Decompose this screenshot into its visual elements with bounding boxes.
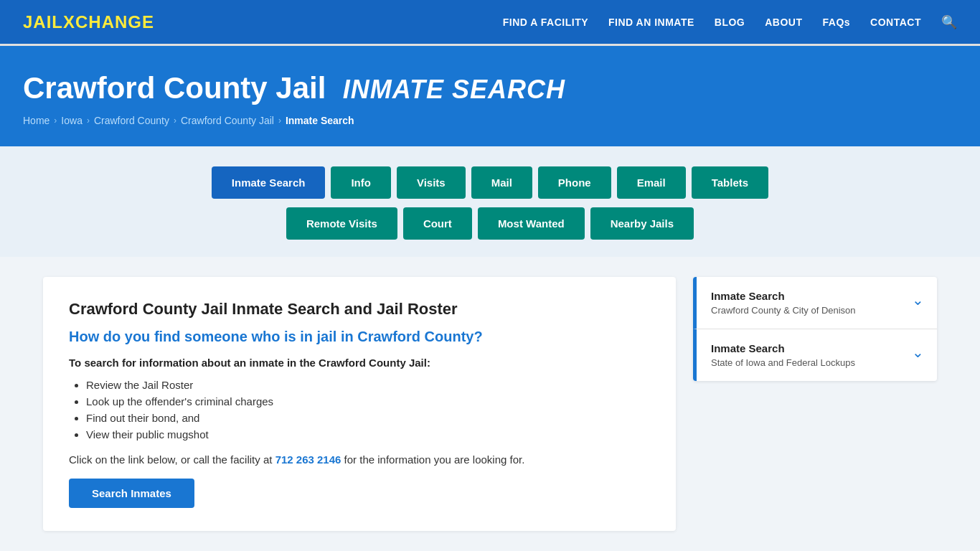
- sidebar-sub-2: State of Iowa and Federal Lockups: [711, 357, 855, 368]
- phone-link[interactable]: 712 263 2146: [275, 453, 341, 466]
- logo[interactable]: JAILXCHANGE: [23, 12, 154, 32]
- tab-tablets[interactable]: Tablets: [692, 166, 768, 199]
- logo-jail: JAIL: [23, 12, 63, 32]
- nav-blog[interactable]: BLOG: [715, 17, 745, 28]
- bc-sep-2: ›: [87, 116, 90, 126]
- page-title: Crawford County Jail INMATE SEARCH: [23, 72, 957, 105]
- content-subheading: How do you find someone who is in jail i…: [69, 329, 650, 345]
- tab-mail[interactable]: Mail: [471, 166, 532, 199]
- tabs-area: Inmate Search Info Visits Mail Phone Ema…: [0, 146, 980, 257]
- bc-current: Inmate Search: [286, 115, 354, 126]
- content-heading: Crawford County Jail Inmate Search and J…: [69, 300, 650, 319]
- tabs-row-1: Inmate Search Info Visits Mail Phone Ema…: [212, 166, 768, 199]
- page-title-main: Crawford County Jail: [23, 71, 326, 105]
- sidebar-item-text-crawford: Inmate Search Crawford County & City of …: [711, 290, 856, 316]
- chevron-down-icon-1: ⌄: [912, 291, 924, 309]
- tab-visits[interactable]: Visits: [397, 166, 466, 199]
- list-item: Look up the offender's criminal charges: [86, 395, 650, 408]
- search-icon[interactable]: 🔍: [941, 14, 957, 30]
- nav-contact[interactable]: CONTACT: [870, 17, 921, 28]
- list-item: Find out their bond, and: [86, 412, 650, 424]
- page-title-italic: INMATE SEARCH: [343, 75, 565, 104]
- nav-about[interactable]: ABOUT: [765, 17, 802, 28]
- main-content: Crawford County Jail Inmate Search and J…: [0, 257, 980, 551]
- sidebar-title-2: Inmate Search: [711, 342, 855, 354]
- header: JAILXCHANGE FIND A FACILITY FIND AN INMA…: [0, 0, 980, 46]
- sidebar-title-1: Inmate Search: [711, 290, 856, 302]
- hero-section: Crawford County Jail INMATE SEARCH Home …: [0, 46, 980, 146]
- sidebar-sub-1: Crawford County & City of Denison: [711, 305, 856, 316]
- content-intro: To search for information about an inmat…: [69, 357, 650, 369]
- search-inmates-button[interactable]: Search Inmates: [69, 479, 194, 508]
- tab-remote-visits[interactable]: Remote Visits: [286, 207, 397, 240]
- sidebar-item-text-iowa: Inmate Search State of Iowa and Federal …: [711, 342, 855, 368]
- bc-crawford[interactable]: Crawford County: [94, 115, 169, 126]
- tab-inmate-search[interactable]: Inmate Search: [212, 166, 326, 199]
- list-item: Review the Jail Roster: [86, 379, 650, 391]
- sidebar-item-crawford[interactable]: Inmate Search Crawford County & City of …: [693, 277, 937, 329]
- bc-sep-1: ›: [54, 116, 57, 126]
- tab-email[interactable]: Email: [617, 166, 686, 199]
- list-item: View their public mugshot: [86, 428, 650, 441]
- content-panel: Crawford County Jail Inmate Search and J…: [43, 277, 676, 531]
- call-text-post: for the information you are looking for.: [341, 453, 524, 466]
- sidebar-item-iowa[interactable]: Inmate Search State of Iowa and Federal …: [693, 329, 937, 381]
- bc-sep-3: ›: [174, 116, 176, 126]
- breadcrumb: Home › Iowa › Crawford County › Crawford…: [23, 115, 957, 126]
- bc-iowa[interactable]: Iowa: [61, 115, 83, 126]
- bc-home[interactable]: Home: [23, 115, 50, 126]
- nav-faqs[interactable]: FAQs: [823, 17, 851, 28]
- chevron-down-icon-2: ⌄: [912, 344, 924, 361]
- tab-info[interactable]: Info: [331, 166, 391, 199]
- nav-find-inmate[interactable]: FIND AN INMATE: [608, 17, 694, 28]
- content-list: Review the Jail Roster Look up the offen…: [86, 379, 650, 441]
- tab-phone[interactable]: Phone: [538, 166, 611, 199]
- nav-find-facility[interactable]: FIND A FACILITY: [503, 17, 588, 28]
- tab-most-wanted[interactable]: Most Wanted: [478, 207, 585, 240]
- tab-court[interactable]: Court: [403, 207, 472, 240]
- call-text-pre: Click on the link below, or call the fac…: [69, 453, 275, 466]
- bc-jail[interactable]: Crawford County Jail: [181, 115, 274, 126]
- bc-sep-4: ›: [278, 116, 281, 126]
- sidebar: Inmate Search Crawford County & City of …: [693, 277, 937, 381]
- logo-x: X: [63, 12, 75, 32]
- tabs-row-2: Remote Visits Court Most Wanted Nearby J…: [286, 207, 694, 240]
- logo-exchange: CHANGE: [75, 12, 154, 32]
- main-nav: FIND A FACILITY FIND AN INMATE BLOG ABOU…: [503, 14, 957, 30]
- call-text: Click on the link below, or call the fac…: [69, 453, 650, 466]
- tab-nearby-jails[interactable]: Nearby Jails: [590, 207, 694, 240]
